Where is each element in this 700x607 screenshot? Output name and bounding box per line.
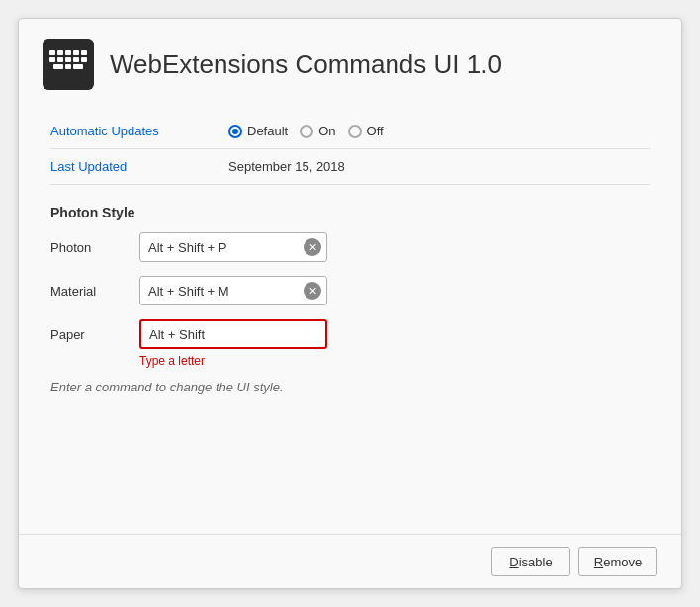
radio-on-circle xyxy=(300,125,313,138)
last-updated-row: Last Updated September 15, 2018 xyxy=(50,149,650,185)
material-input-wrapper: ✕ xyxy=(139,276,327,305)
radio-default-label: Default xyxy=(247,124,288,138)
paper-input[interactable] xyxy=(139,319,327,349)
keyboard-icon xyxy=(49,50,87,69)
error-message: Type a letter xyxy=(139,354,650,368)
help-text: Enter a command to change the UI style. xyxy=(50,380,650,394)
radio-on-label: On xyxy=(318,124,335,138)
radio-off-label: Off xyxy=(367,124,384,138)
disable-button[interactable]: Disable xyxy=(491,547,570,576)
material-input[interactable] xyxy=(139,276,327,305)
last-updated-label: Last Updated xyxy=(50,159,228,174)
header: WebExtensions Commands UI 1.0 xyxy=(19,19,681,106)
radio-off[interactable]: Off xyxy=(348,124,384,138)
paper-field-row: Paper xyxy=(50,319,650,349)
material-label: Material xyxy=(50,284,139,299)
content-area: Automatic Updates Default On Off Last Up… xyxy=(19,106,681,534)
automatic-updates-row: Automatic Updates Default On Off xyxy=(50,114,650,149)
radio-default-circle xyxy=(228,125,242,138)
arrow-down-icon xyxy=(63,73,73,79)
disable-label: Disable xyxy=(509,555,552,569)
photon-field-row: Photon ✕ xyxy=(50,232,650,262)
section-title: Photon Style xyxy=(50,205,650,220)
remove-label: Remove xyxy=(594,555,642,569)
radio-default[interactable]: Default xyxy=(228,124,288,138)
radio-group-updates: Default On Off xyxy=(228,124,384,138)
extension-icon xyxy=(43,39,94,90)
footer: Disable Remove xyxy=(19,534,681,588)
photon-input-wrapper: ✕ xyxy=(139,232,327,262)
photon-label: Photon xyxy=(50,240,139,255)
photon-input[interactable] xyxy=(139,232,327,262)
page-title: WebExtensions Commands UI 1.0 xyxy=(110,49,502,80)
last-updated-value: September 15, 2018 xyxy=(228,159,345,174)
radio-on[interactable]: On xyxy=(300,124,335,138)
remove-button[interactable]: Remove xyxy=(578,547,657,576)
paper-field-group: Paper Type a letter xyxy=(50,319,650,368)
automatic-updates-label: Automatic Updates xyxy=(50,124,228,138)
paper-label: Paper xyxy=(50,327,139,342)
photon-clear-button[interactable]: ✕ xyxy=(304,238,321,256)
main-window: WebExtensions Commands UI 1.0 Automatic … xyxy=(18,18,682,589)
material-field-row: Material ✕ xyxy=(50,276,650,305)
paper-input-wrapper xyxy=(139,319,327,349)
radio-off-circle xyxy=(348,125,362,138)
material-clear-button[interactable]: ✕ xyxy=(304,282,321,300)
